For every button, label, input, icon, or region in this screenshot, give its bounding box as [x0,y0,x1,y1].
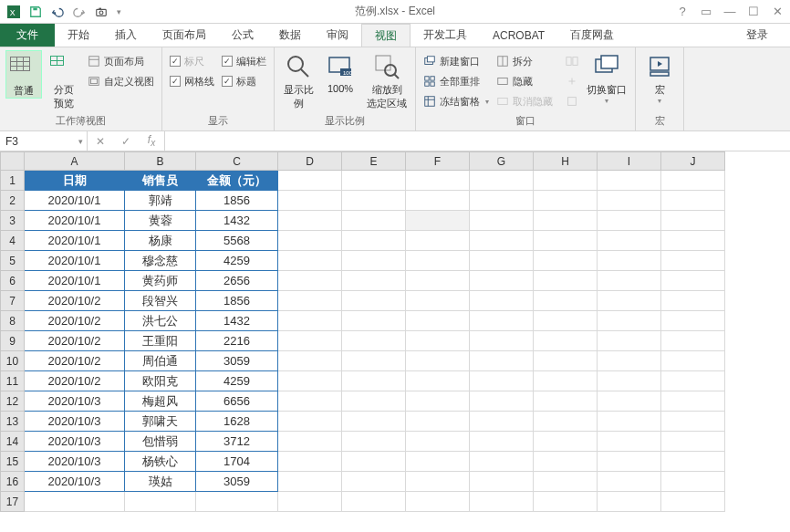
cell[interactable] [534,331,598,351]
cell[interactable] [342,271,406,291]
row-header[interactable]: 17 [1,492,25,512]
tab-formula[interactable]: 公式 [219,24,266,47]
cell[interactable]: 2020/10/2 [25,331,125,351]
cell[interactable] [342,291,406,311]
row-header[interactable]: 16 [1,472,25,492]
cell[interactable] [598,311,661,331]
tab-view[interactable]: 视图 [361,24,411,47]
cell[interactable] [661,331,725,351]
cell[interactable] [598,231,661,251]
cell[interactable] [470,331,534,351]
column-header[interactable]: I [598,152,661,171]
cell[interactable]: 4259 [196,251,278,271]
cell[interactable]: 穆念慈 [125,251,196,271]
save-icon[interactable] [26,2,46,22]
enter-icon[interactable]: ✓ [113,135,139,148]
ruler-checkbox[interactable]: ✓标尺 [168,52,216,70]
cell[interactable] [534,351,598,371]
cell[interactable]: 2020/10/3 [25,412,125,432]
pagebreak-preview-button[interactable]: 分页 预览 [46,50,82,110]
cell[interactable] [661,271,725,291]
cell[interactable] [661,492,725,512]
camera-icon[interactable] [91,2,111,22]
cell[interactable]: 郭啸天 [125,412,196,432]
tab-home[interactable]: 开始 [55,24,102,47]
cell[interactable] [598,432,661,452]
undo-icon[interactable] [47,2,68,22]
row-header[interactable]: 14 [1,432,25,452]
cell[interactable] [406,432,470,452]
cell[interactable] [534,191,598,211]
cell[interactable] [661,452,725,472]
cell[interactable]: 2020/10/3 [25,391,125,412]
new-window-button[interactable]: 新建窗口 [421,52,491,70]
cell[interactable]: 1856 [196,191,278,211]
cell[interactable] [278,211,342,231]
tab-page-layout[interactable]: 页面布局 [150,24,219,47]
cell[interactable]: 日期 [25,171,125,191]
cell[interactable]: 洪七公 [125,311,196,331]
cell[interactable] [534,271,598,291]
column-header[interactable]: J [661,152,725,171]
cell[interactable] [598,251,661,271]
cell[interactable] [598,472,661,492]
cell[interactable] [406,492,470,512]
cell[interactable] [406,171,470,191]
row-header[interactable]: 15 [1,452,25,472]
gridlines-checkbox[interactable]: ✓网格线 [168,72,216,90]
cell[interactable]: 2020/10/1 [25,251,125,271]
cell[interactable]: 3059 [196,351,278,371]
cell[interactable]: 金额（元） [196,171,278,191]
cancel-icon[interactable]: ✕ [88,135,113,148]
cell[interactable] [534,492,598,512]
cell[interactable] [342,211,406,231]
cell[interactable]: 6656 [196,391,278,412]
custom-views-button[interactable]: 自定义视图 [86,72,156,90]
row-header[interactable]: 10 [1,351,25,371]
cell[interactable] [470,412,534,432]
cell[interactable] [342,432,406,452]
cell[interactable] [470,371,534,391]
cell[interactable]: 2020/10/1 [25,191,125,211]
hide-button[interactable]: 隐藏 [494,72,555,90]
cell[interactable]: 2020/10/2 [25,291,125,311]
normal-view-button[interactable]: 普通 [5,50,42,99]
row-header[interactable]: 9 [1,331,25,351]
column-header[interactable]: C [196,152,278,171]
column-header[interactable]: B [125,152,196,171]
cell[interactable] [406,371,470,391]
column-header[interactable]: F [406,152,470,171]
tab-insert[interactable]: 插入 [102,24,150,47]
page-layout-button[interactable]: 页面布局 [86,52,156,70]
cell[interactable] [534,231,598,251]
cell[interactable] [661,412,725,432]
qat-customize-icon[interactable]: ▾ [113,2,124,22]
cell[interactable] [470,211,534,231]
switch-windows-button[interactable]: 切换窗口▾ [584,50,629,105]
tab-data[interactable]: 数据 [266,24,314,47]
cell[interactable]: 杨康 [125,231,196,251]
name-box[interactable]: F3 [0,131,88,151]
cell[interactable] [661,171,725,191]
cell[interactable] [661,231,725,251]
cell[interactable] [661,311,725,331]
cell[interactable] [342,251,406,271]
cell[interactable]: 1628 [196,412,278,432]
cell[interactable]: 段智兴 [125,291,196,311]
cell[interactable]: 欧阳克 [125,371,196,391]
spreadsheet-grid[interactable]: ABCDEFGHIJ1日期销售员金额（元）22020/10/1郭靖1856320… [0,151,790,532]
cell[interactable] [470,391,534,412]
tab-file[interactable]: 文件 [0,24,55,47]
cell[interactable] [278,331,342,351]
cell[interactable] [278,432,342,452]
row-header[interactable]: 11 [1,371,25,391]
cell[interactable]: 黄蓉 [125,211,196,231]
cell[interactable] [661,391,725,412]
row-header[interactable]: 6 [1,271,25,291]
zoom-button[interactable]: 显示比例 [280,50,317,110]
cell[interactable] [406,412,470,432]
ribbon-display-icon[interactable]: ▭ [697,5,715,18]
row-header[interactable]: 12 [1,391,25,412]
cell[interactable] [278,391,342,412]
cell[interactable] [406,391,470,412]
